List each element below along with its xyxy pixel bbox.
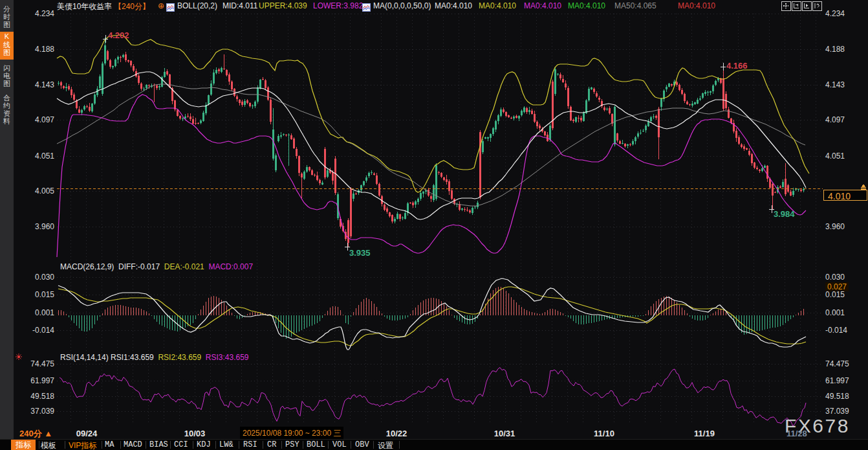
svg-text:4.166: 4.166 (726, 61, 748, 71)
svg-text:4.202: 4.202 (108, 30, 129, 40)
svg-text:3.984: 3.984 (774, 209, 795, 219)
svg-text:3.935: 3.935 (349, 248, 371, 258)
